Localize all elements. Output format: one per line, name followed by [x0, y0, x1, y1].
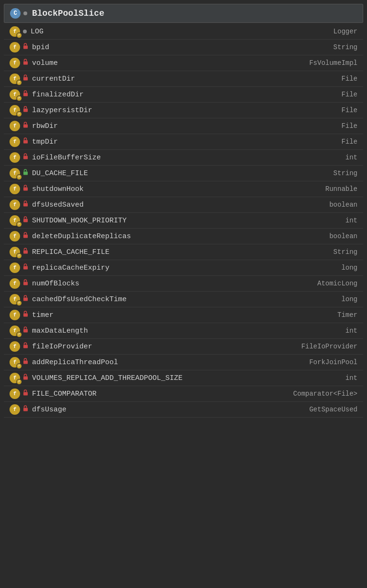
list-item[interactable]: f shutdownHookRunnable	[4, 181, 363, 197]
list-item[interactable]: f dfsUsageGetSpaceUsed	[4, 402, 363, 418]
list-item[interactable]: ffLOGLogger	[4, 24, 363, 40]
svg-rect-11	[23, 219, 28, 222]
field-type: Comparator<File>	[293, 390, 357, 398]
list-item[interactable]: ff lazypersistDirFile	[4, 103, 363, 118]
field-icon: f	[10, 121, 20, 131]
list-item[interactable]: f numOfBlocksAtomicLong	[4, 276, 363, 292]
svg-rect-2	[23, 77, 28, 81]
field-name: timer	[32, 311, 334, 319]
list-item[interactable]: f FILE_COMPARATORComparator<File>	[4, 386, 363, 402]
class-name: BlockPoolSlice	[32, 9, 104, 18]
field-type: boolean	[329, 201, 357, 209]
lock-icon	[23, 358, 28, 367]
lock-icon	[23, 200, 28, 209]
list-item[interactable]: ff maxDataLengthint	[4, 323, 363, 339]
svg-rect-23	[23, 408, 28, 411]
field-sub-icon: f	[16, 379, 22, 385]
svg-rect-18	[23, 329, 28, 333]
list-item[interactable]: f tmpDirFile	[4, 134, 363, 150]
field-type: File	[341, 138, 357, 146]
visibility-dot	[23, 30, 27, 33]
list-item[interactable]: ff DU_CACHE_FILEString	[4, 166, 363, 181]
svg-rect-16	[23, 298, 28, 301]
field-icon-wrapper: f	[10, 388, 20, 399]
field-sub-icon: f	[16, 80, 22, 85]
field-icon-wrapper: ff	[10, 105, 20, 116]
list-item[interactable]: f dfsUsedSavedboolean	[4, 197, 363, 213]
field-icon: f	[10, 200, 20, 210]
field-type: GetSpaceUsed	[309, 406, 357, 413]
field-icon: f	[10, 310, 20, 320]
field-type: long	[341, 264, 357, 272]
field-icon-wrapper: f	[10, 262, 20, 273]
list-item[interactable]: ff currentDirFile	[4, 71, 363, 87]
field-name: shutdownHook	[32, 185, 322, 193]
svg-rect-0	[23, 46, 28, 49]
list-item[interactable]: ff SHUTDOWN_HOOK_PRIORITYint	[4, 213, 363, 229]
field-icon-wrapper: ff	[10, 294, 20, 304]
lock-icon	[23, 90, 28, 99]
svg-rect-12	[23, 235, 28, 238]
svg-rect-19	[23, 345, 28, 348]
field-icon-wrapper: ff	[10, 326, 20, 336]
field-type: long	[341, 295, 357, 303]
field-icon-wrapper: f	[10, 121, 20, 131]
field-type: FileIoProvider	[301, 343, 357, 350]
field-sub-icon: f	[16, 221, 22, 227]
field-type: int	[345, 154, 357, 161]
lock-icon	[23, 374, 28, 382]
field-sub-icon: f	[16, 253, 22, 259]
list-item[interactable]: f rbwDirFile	[4, 118, 363, 134]
field-name: DU_CACHE_FILE	[32, 169, 330, 178]
svg-rect-21	[23, 377, 28, 380]
field-icon-wrapper: f	[10, 231, 20, 242]
field-type: int	[345, 374, 357, 382]
lock-icon	[23, 295, 28, 304]
field-sub-icon: f	[16, 95, 22, 101]
list-item[interactable]: f deleteDuplicateReplicasboolean	[4, 229, 363, 244]
list-item[interactable]: ff finalizedDirFile	[4, 87, 363, 103]
lock-icon	[23, 122, 28, 130]
svg-rect-5	[23, 125, 28, 128]
list-item[interactable]: ff cachedDfsUsedCheckTimelong	[4, 292, 363, 307]
field-name: rbwDir	[32, 122, 337, 130]
list-item[interactable]: ff addReplicaThreadPoolForkJoinPool	[4, 355, 363, 370]
list-item[interactable]: f volumeFsVolumeImpl	[4, 55, 363, 71]
field-name: deleteDuplicateReplicas	[32, 232, 325, 241]
field-name: currentDir	[32, 75, 337, 83]
field-icon-wrapper: f	[10, 152, 20, 163]
lock-icon	[23, 248, 28, 256]
field-type: String	[334, 169, 357, 177]
field-type: String	[334, 248, 357, 256]
list-item[interactable]: ff VOLUMES_REPLICA_ADD_THREADPOOL_SIZEin…	[4, 370, 363, 386]
field-icon: f	[10, 136, 20, 147]
class-icon: C	[10, 8, 21, 19]
field-type: FsVolumeImpl	[309, 59, 357, 67]
field-name: fileIoProvider	[32, 343, 297, 351]
field-icon-wrapper: f	[10, 310, 20, 320]
field-type: ForkJoinPool	[309, 358, 357, 366]
field-icon: f	[10, 404, 20, 415]
field-icon: f	[10, 184, 20, 194]
lock-icon	[23, 405, 28, 414]
list-item[interactable]: f bpidString	[4, 40, 363, 55]
field-icon-wrapper: ff	[10, 26, 20, 37]
field-icon-wrapper: f	[10, 404, 20, 415]
list-item[interactable]: f timerTimer	[4, 307, 363, 323]
field-icon: f	[10, 152, 20, 163]
list-item[interactable]: f replicaCacheExpirylong	[4, 260, 363, 276]
field-name: FILE_COMPARATOR	[32, 390, 290, 398]
list-item[interactable]: f ioFileBufferSizeint	[4, 150, 363, 166]
field-type: Runnable	[325, 185, 357, 193]
list-item[interactable]: ff REPLICA_CACHE_FILEString	[4, 244, 363, 260]
field-sub-icon: f	[16, 332, 22, 337]
field-icon-wrapper: ff	[10, 247, 20, 257]
list-item[interactable]: f fileIoProviderFileIoProvider	[4, 339, 363, 355]
svg-rect-8	[23, 172, 28, 175]
field-name: LOG	[31, 28, 330, 36]
lock-icon	[23, 263, 28, 272]
field-type: File	[341, 75, 357, 83]
svg-rect-10	[23, 203, 28, 207]
field-icon-wrapper: ff	[10, 168, 20, 178]
field-name: bpid	[32, 43, 330, 52]
